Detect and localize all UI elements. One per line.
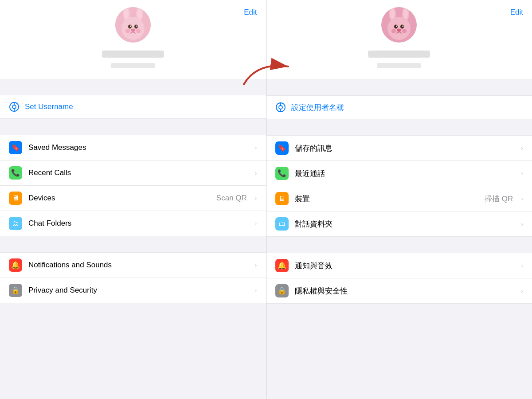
right-chat-folders-chevron: ›: [521, 220, 523, 227]
right-recent-calls-item[interactable]: 📞 最近通話 ›: [266, 161, 532, 186]
right-username-icon: [275, 102, 286, 113]
chat-folders-icon: 🗂: [9, 217, 22, 230]
right-sub-bar: [377, 63, 421, 68]
privacy-label: Privacy and Security: [28, 286, 249, 295]
left-sub-bar: [111, 63, 155, 68]
left-gap-1: [0, 79, 266, 95]
right-chat-folders-label: 對話資料夾: [295, 219, 515, 229]
privacy-icon: 🔒: [9, 284, 22, 297]
right-saved-messages-icon: 🔖: [275, 141, 289, 155]
left-settings-group-1: 🔖 Saved Messages › 📞 Recent Calls › 🖥 De…: [0, 135, 266, 236]
right-gap-1: [266, 79, 532, 95]
right-username-label: 設定使用者名稱: [291, 102, 344, 113]
devices-label: Devices: [28, 194, 210, 203]
left-recent-calls-item[interactable]: 📞 Recent Calls ›: [0, 160, 266, 186]
left-chat-folders-item[interactable]: 🗂 Chat Folders ›: [0, 211, 266, 236]
left-privacy-item[interactable]: 🔒 Privacy and Security ›: [0, 278, 266, 303]
left-profile-info: [102, 51, 164, 68]
svg-point-35: [402, 29, 407, 33]
right-privacy-item[interactable]: 🔒 隱私權與安全性 ›: [266, 278, 532, 303]
svg-point-13: [125, 29, 130, 33]
left-edit-button[interactable]: Edit: [244, 8, 257, 17]
notifications-icon: 🔔: [9, 258, 22, 272]
right-recent-calls-label: 最近通話: [295, 168, 515, 179]
svg-point-18: [12, 105, 16, 109]
devices-icon: 🖥: [9, 192, 22, 205]
left-devices-item[interactable]: 🖥 Devices Scan QR ›: [0, 186, 266, 211]
right-privacy-icon: 🔒: [275, 284, 289, 297]
left-gap-2: [0, 119, 266, 135]
left-gap-3: [0, 236, 266, 252]
recent-calls-icon: 📞: [9, 166, 22, 180]
right-gap-3: [266, 237, 532, 253]
right-recent-calls-chevron: ›: [521, 170, 523, 177]
svg-point-4: [137, 8, 142, 19]
right-notifications-chevron: ›: [521, 262, 523, 269]
right-profile-info: [368, 51, 430, 68]
left-panel: Edit: [0, 0, 266, 399]
right-name-bar: [368, 51, 430, 58]
right-devices-item[interactable]: 🖥 裝置 掃描 QR ›: [266, 186, 532, 211]
right-username-row[interactable]: 設定使用者名稱: [266, 95, 532, 119]
right-notifications-label: 通知與音效: [295, 261, 515, 271]
right-saved-messages-item[interactable]: 🔖 儲存的訊息 ›: [266, 136, 532, 161]
left-saved-messages-item[interactable]: 🔖 Saved Messages ›: [0, 135, 266, 160]
chat-folders-chevron: ›: [255, 220, 257, 227]
svg-point-24: [390, 8, 395, 19]
svg-point-10: [131, 29, 135, 32]
right-notifications-icon: 🔔: [275, 259, 289, 272]
right-devices-scan-label: 掃描 QR: [485, 194, 513, 204]
right-profile-area: Edit: [266, 0, 532, 79]
right-privacy-label: 隱私權與安全性: [295, 286, 515, 296]
right-panel: Edit: [266, 0, 532, 399]
svg-point-14: [136, 29, 141, 33]
right-devices-chevron: ›: [521, 195, 523, 202]
left-notifications-item[interactable]: 🔔 Notifications and Sounds ›: [0, 253, 266, 278]
right-settings-group-1: 🔖 儲存的訊息 › 📞 最近通話 › 🖥 裝置 掃描 QR ›: [266, 135, 532, 237]
right-devices-icon: 🖥: [275, 192, 289, 205]
saved-messages-chevron: ›: [255, 144, 257, 151]
saved-messages-label: Saved Messages: [28, 143, 249, 152]
notifications-chevron: ›: [255, 262, 257, 269]
svg-point-39: [279, 106, 282, 109]
right-saved-messages-chevron: ›: [521, 145, 523, 152]
left-name-bar: [102, 51, 164, 58]
right-chat-folders-item[interactable]: 🗂 對話資料夾 ›: [266, 211, 532, 236]
svg-point-31: [397, 29, 401, 32]
svg-point-34: [391, 29, 396, 33]
right-chat-folders-icon: 🗂: [275, 217, 289, 231]
privacy-chevron: ›: [255, 287, 257, 294]
left-avatar[interactable]: [115, 7, 151, 43]
right-devices-label: 裝置: [295, 194, 479, 204]
svg-point-26: [387, 17, 411, 40]
right-settings-group-2: 🔔 通知與音效 › 🔒 隱私權與安全性 ›: [266, 253, 532, 304]
right-recent-calls-icon: 📞: [275, 167, 289, 180]
left-profile-area: Edit: [0, 0, 266, 79]
right-avatar[interactable]: [381, 7, 417, 43]
notifications-label: Notifications and Sounds: [28, 261, 249, 270]
left-settings-group-2: 🔔 Notifications and Sounds › 🔒 Privacy a…: [0, 252, 266, 303]
right-privacy-chevron: ›: [521, 287, 523, 294]
right-gap-2: [266, 119, 532, 135]
right-profiles-wrapper: Edit: [266, 0, 532, 79]
svg-point-5: [121, 17, 145, 40]
right-notifications-item[interactable]: 🔔 通知與音效 ›: [266, 253, 532, 278]
main-container: Edit: [0, 0, 532, 399]
recent-calls-chevron: ›: [255, 169, 257, 176]
left-username-icon: [9, 102, 20, 112]
svg-point-25: [403, 8, 408, 19]
right-edit-button[interactable]: Edit: [510, 8, 523, 17]
svg-point-3: [124, 8, 129, 19]
devices-scan-label: Scan QR: [216, 194, 247, 203]
recent-calls-label: Recent Calls: [28, 168, 249, 177]
devices-chevron: ›: [255, 195, 257, 202]
right-saved-messages-label: 儲存的訊息: [295, 143, 515, 153]
chat-folders-label: Chat Folders: [28, 219, 249, 228]
left-username-row[interactable]: Set Username: [0, 95, 266, 119]
left-username-label: Set Username: [25, 102, 73, 111]
saved-messages-icon: 🔖: [9, 141, 22, 154]
